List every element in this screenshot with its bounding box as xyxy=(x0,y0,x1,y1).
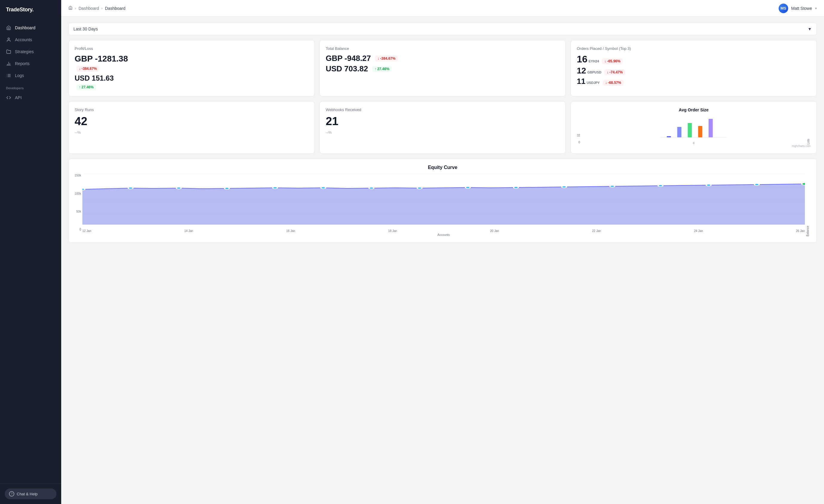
sidebar-nav: Dashboard Accounts Strategies xyxy=(0,19,61,483)
arrow-down-icon: ↓ xyxy=(79,67,81,71)
sidebar-item-reports[interactable]: Reports xyxy=(0,58,61,70)
svg-point-35 xyxy=(706,184,711,186)
total-balance-usd-value: USD 703.82 xyxy=(326,64,368,74)
x-tick-26jan: 26 Jan xyxy=(796,229,805,232)
story-runs-card: Story Runs 42 --% xyxy=(68,101,315,154)
equity-curve-title: Equity Curve xyxy=(75,165,811,170)
breadcrumb-sep-1: › xyxy=(75,6,76,10)
top-cards-row: Profit/Loss GBP -1281.38 ↓ -384.67% USD … xyxy=(68,40,817,96)
sidebar-item-label: Strategies xyxy=(15,49,34,54)
equity-curve-chart xyxy=(82,174,805,227)
x-tick-14jan: 14 Jan xyxy=(184,229,193,232)
bottom-cards-row: Story Runs 42 --% Webhooks Received 21 -… xyxy=(68,101,817,154)
svg-point-34 xyxy=(658,185,663,187)
sidebar-item-label: Dashboard xyxy=(15,25,35,30)
main-content: › Dashboard › Dashboard MS Matt Stowe ▾ … xyxy=(61,0,824,504)
svg-rect-16 xyxy=(709,119,713,137)
order-symbol-3: USDJPY xyxy=(587,81,600,85)
svg-point-33 xyxy=(610,185,615,187)
profit-loss-usd-value: USD 151.63 xyxy=(75,74,308,83)
sidebar-item-accounts[interactable]: Accounts xyxy=(0,34,61,46)
date-filter-dropdown[interactable]: Last 30 Days ▼ xyxy=(68,23,817,35)
sidebar: TradeStory. Dashboard Accounts xyxy=(0,0,61,504)
profit-loss-gbp-value: GBP -1281.38 xyxy=(75,54,308,64)
home-breadcrumb-icon[interactable] xyxy=(68,6,73,11)
svg-point-32 xyxy=(561,186,566,188)
date-filter-label: Last 30 Days xyxy=(74,26,98,31)
order-count-3: 11 xyxy=(577,77,586,86)
equity-curve-section: Equity Curve 150k 100k 50k 0 xyxy=(68,159,817,243)
webhooks-value: 21 xyxy=(326,115,559,128)
user-menu[interactable]: MS Matt Stowe ▾ xyxy=(779,4,817,13)
x-tick-12jan: 12 Jan xyxy=(82,229,91,232)
svg-point-25 xyxy=(224,188,229,189)
breadcrumb-dashboard-2: Dashboard xyxy=(105,6,126,11)
profit-loss-usd-badge-row: ↑ 27.46% xyxy=(75,84,308,90)
sidebar-item-logs[interactable]: Logs xyxy=(0,70,61,82)
question-icon: ? xyxy=(9,491,14,497)
orders-placed-label: Orders Placed / Symbol (Top 3) xyxy=(577,46,811,51)
svg-rect-12 xyxy=(667,136,671,137)
total-balance-label: Total Balance xyxy=(326,46,559,51)
profit-loss-card: Profit/Loss GBP -1281.38 ↓ -384.67% USD … xyxy=(68,40,315,96)
svg-rect-13 xyxy=(678,127,682,137)
svg-point-24 xyxy=(176,187,181,189)
svg-point-29 xyxy=(417,187,422,189)
list-icon xyxy=(6,73,11,78)
story-runs-label: Story Runs xyxy=(75,107,308,112)
person-icon xyxy=(6,37,11,42)
sidebar-item-api[interactable]: API xyxy=(0,92,61,104)
breadcrumb-dashboard-1[interactable]: Dashboard xyxy=(79,6,99,11)
total-balance-gbp-badge: ↓ -384.67% xyxy=(375,56,398,62)
avg-order-size-title: Avg Order Size xyxy=(577,107,811,112)
developers-section-label: Developers xyxy=(0,82,61,92)
home-icon xyxy=(6,25,11,30)
user-name: Matt Stowe xyxy=(791,6,812,11)
story-runs-value: 42 xyxy=(75,115,308,128)
sidebar-api-label: API xyxy=(15,95,22,100)
app-logo: TradeStory. xyxy=(0,0,61,19)
chat-help-button[interactable]: ? Chat & Help xyxy=(5,489,57,499)
y-axis-min: 0 xyxy=(579,140,581,144)
api-icon xyxy=(6,95,11,100)
sidebar-item-strategies[interactable]: Strategies xyxy=(0,46,61,58)
sidebar-item-label: Accounts xyxy=(15,37,32,42)
sidebar-item-label: Reports xyxy=(15,61,29,66)
folder-icon xyxy=(6,49,11,54)
arrow-down-icon: ↓ xyxy=(605,81,607,85)
total-balance-gbp-value: GBP -948.27 xyxy=(326,54,371,63)
svg-rect-15 xyxy=(698,126,703,137)
chevron-down-icon: ▾ xyxy=(815,6,817,10)
sidebar-bottom: ? Chat & Help xyxy=(0,483,61,504)
sidebar-item-dashboard[interactable]: Dashboard xyxy=(0,22,61,34)
order-item-3: 11 USDJPY ↓ -68.57% xyxy=(577,77,811,86)
svg-rect-14 xyxy=(688,123,692,137)
sidebar-item-label: Logs xyxy=(15,73,24,78)
arrow-down-icon: ↓ xyxy=(607,70,608,74)
svg-point-27 xyxy=(321,187,325,189)
order-count-2: 12 xyxy=(577,66,586,76)
arrow-up-icon: ↑ xyxy=(375,67,377,71)
y-tick-150k: 150k xyxy=(75,174,81,177)
highcharts-credit: Highcharts.com xyxy=(577,144,811,147)
svg-point-0 xyxy=(8,38,9,39)
x-axis-label: 0 xyxy=(582,141,806,144)
y-axis-max: 32 xyxy=(577,134,580,137)
order-symbol-2: GBPUSD xyxy=(587,71,601,74)
svg-point-37 xyxy=(802,183,805,185)
story-runs-badge: --% xyxy=(75,130,308,135)
order-badge-1: ↓ -65.96% xyxy=(602,58,623,64)
webhooks-badge: --% xyxy=(326,130,559,135)
total-balance-card: Total Balance GBP -948.27 ↓ -384.67% USD… xyxy=(319,40,566,96)
svg-point-26 xyxy=(273,187,277,189)
webhooks-card: Webhooks Received 21 --% xyxy=(319,101,566,154)
chat-help-label: Chat & Help xyxy=(17,492,37,496)
y-tick-0: 0 xyxy=(79,228,81,231)
order-item-2: 12 GBPUSD ↓ -74.47% xyxy=(577,66,811,76)
avatar: MS xyxy=(779,4,788,13)
y-tick-100k: 100k xyxy=(75,192,81,195)
arrow-down-icon: ↓ xyxy=(377,57,379,61)
svg-point-22 xyxy=(82,188,85,190)
y-tick-50k: 50k xyxy=(77,210,81,213)
avg-order-size-card: Avg Order Size 32 0 xyxy=(571,101,817,154)
